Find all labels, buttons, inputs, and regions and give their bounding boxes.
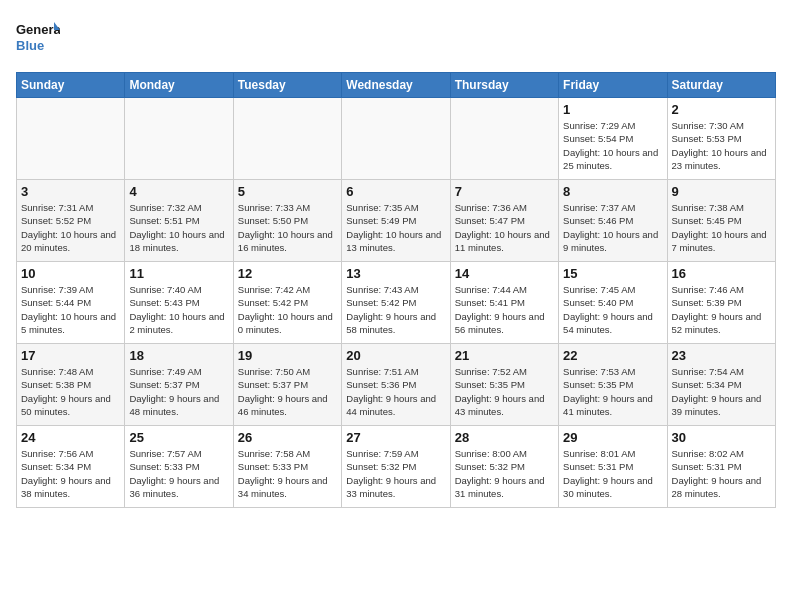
- day-cell: 5Sunrise: 7:33 AMSunset: 5:50 PMDaylight…: [233, 180, 341, 262]
- svg-text:General: General: [16, 22, 60, 37]
- day-cell: 3Sunrise: 7:31 AMSunset: 5:52 PMDaylight…: [17, 180, 125, 262]
- day-cell: 14Sunrise: 7:44 AMSunset: 5:41 PMDayligh…: [450, 262, 558, 344]
- day-info: Sunrise: 7:42 AMSunset: 5:42 PMDaylight:…: [238, 283, 337, 336]
- day-cell: 24Sunrise: 7:56 AMSunset: 5:34 PMDayligh…: [17, 426, 125, 508]
- day-number: 8: [563, 184, 662, 199]
- day-info: Sunrise: 7:35 AMSunset: 5:49 PMDaylight:…: [346, 201, 445, 254]
- day-info: Sunrise: 7:32 AMSunset: 5:51 PMDaylight:…: [129, 201, 228, 254]
- day-info: Sunrise: 7:30 AMSunset: 5:53 PMDaylight:…: [672, 119, 771, 172]
- week-row-2: 3Sunrise: 7:31 AMSunset: 5:52 PMDaylight…: [17, 180, 776, 262]
- logo: General Blue: [16, 16, 60, 60]
- day-number: 15: [563, 266, 662, 281]
- day-number: 20: [346, 348, 445, 363]
- day-info: Sunrise: 7:40 AMSunset: 5:43 PMDaylight:…: [129, 283, 228, 336]
- week-row-4: 17Sunrise: 7:48 AMSunset: 5:38 PMDayligh…: [17, 344, 776, 426]
- day-info: Sunrise: 7:36 AMSunset: 5:47 PMDaylight:…: [455, 201, 554, 254]
- day-number: 28: [455, 430, 554, 445]
- day-cell: 30Sunrise: 8:02 AMSunset: 5:31 PMDayligh…: [667, 426, 775, 508]
- day-cell: 22Sunrise: 7:53 AMSunset: 5:35 PMDayligh…: [559, 344, 667, 426]
- day-info: Sunrise: 7:58 AMSunset: 5:33 PMDaylight:…: [238, 447, 337, 500]
- week-row-1: 1Sunrise: 7:29 AMSunset: 5:54 PMDaylight…: [17, 98, 776, 180]
- day-cell: 15Sunrise: 7:45 AMSunset: 5:40 PMDayligh…: [559, 262, 667, 344]
- header-wednesday: Wednesday: [342, 73, 450, 98]
- day-info: Sunrise: 8:02 AMSunset: 5:31 PMDaylight:…: [672, 447, 771, 500]
- day-number: 19: [238, 348, 337, 363]
- day-cell: [233, 98, 341, 180]
- day-info: Sunrise: 7:53 AMSunset: 5:35 PMDaylight:…: [563, 365, 662, 418]
- day-info: Sunrise: 7:38 AMSunset: 5:45 PMDaylight:…: [672, 201, 771, 254]
- day-number: 14: [455, 266, 554, 281]
- day-cell: 13Sunrise: 7:43 AMSunset: 5:42 PMDayligh…: [342, 262, 450, 344]
- calendar-header: SundayMondayTuesdayWednesdayThursdayFrid…: [17, 73, 776, 98]
- day-cell: 18Sunrise: 7:49 AMSunset: 5:37 PMDayligh…: [125, 344, 233, 426]
- day-number: 13: [346, 266, 445, 281]
- day-cell: [450, 98, 558, 180]
- day-number: 3: [21, 184, 120, 199]
- day-number: 4: [129, 184, 228, 199]
- day-info: Sunrise: 7:51 AMSunset: 5:36 PMDaylight:…: [346, 365, 445, 418]
- day-cell: 11Sunrise: 7:40 AMSunset: 5:43 PMDayligh…: [125, 262, 233, 344]
- day-cell: [17, 98, 125, 180]
- day-cell: [125, 98, 233, 180]
- day-number: 6: [346, 184, 445, 199]
- day-info: Sunrise: 7:46 AMSunset: 5:39 PMDaylight:…: [672, 283, 771, 336]
- day-number: 22: [563, 348, 662, 363]
- calendar-table: SundayMondayTuesdayWednesdayThursdayFrid…: [16, 72, 776, 508]
- day-info: Sunrise: 7:44 AMSunset: 5:41 PMDaylight:…: [455, 283, 554, 336]
- logo-icon: General Blue: [16, 16, 60, 60]
- day-number: 30: [672, 430, 771, 445]
- day-info: Sunrise: 7:54 AMSunset: 5:34 PMDaylight:…: [672, 365, 771, 418]
- day-cell: 17Sunrise: 7:48 AMSunset: 5:38 PMDayligh…: [17, 344, 125, 426]
- day-cell: 8Sunrise: 7:37 AMSunset: 5:46 PMDaylight…: [559, 180, 667, 262]
- day-number: 12: [238, 266, 337, 281]
- week-row-3: 10Sunrise: 7:39 AMSunset: 5:44 PMDayligh…: [17, 262, 776, 344]
- day-number: 27: [346, 430, 445, 445]
- day-info: Sunrise: 7:49 AMSunset: 5:37 PMDaylight:…: [129, 365, 228, 418]
- day-number: 17: [21, 348, 120, 363]
- day-number: 25: [129, 430, 228, 445]
- page-header: General Blue: [16, 16, 776, 60]
- day-info: Sunrise: 7:50 AMSunset: 5:37 PMDaylight:…: [238, 365, 337, 418]
- day-cell: 2Sunrise: 7:30 AMSunset: 5:53 PMDaylight…: [667, 98, 775, 180]
- day-cell: 12Sunrise: 7:42 AMSunset: 5:42 PMDayligh…: [233, 262, 341, 344]
- header-friday: Friday: [559, 73, 667, 98]
- header-thursday: Thursday: [450, 73, 558, 98]
- day-number: 5: [238, 184, 337, 199]
- day-info: Sunrise: 7:57 AMSunset: 5:33 PMDaylight:…: [129, 447, 228, 500]
- day-cell: 6Sunrise: 7:35 AMSunset: 5:49 PMDaylight…: [342, 180, 450, 262]
- day-number: 9: [672, 184, 771, 199]
- day-number: 11: [129, 266, 228, 281]
- day-cell: 21Sunrise: 7:52 AMSunset: 5:35 PMDayligh…: [450, 344, 558, 426]
- day-info: Sunrise: 8:00 AMSunset: 5:32 PMDaylight:…: [455, 447, 554, 500]
- day-info: Sunrise: 7:48 AMSunset: 5:38 PMDaylight:…: [21, 365, 120, 418]
- header-saturday: Saturday: [667, 73, 775, 98]
- day-number: 7: [455, 184, 554, 199]
- day-cell: 10Sunrise: 7:39 AMSunset: 5:44 PMDayligh…: [17, 262, 125, 344]
- day-cell: 28Sunrise: 8:00 AMSunset: 5:32 PMDayligh…: [450, 426, 558, 508]
- day-info: Sunrise: 7:37 AMSunset: 5:46 PMDaylight:…: [563, 201, 662, 254]
- day-number: 18: [129, 348, 228, 363]
- day-cell: 26Sunrise: 7:58 AMSunset: 5:33 PMDayligh…: [233, 426, 341, 508]
- day-number: 29: [563, 430, 662, 445]
- day-cell: 1Sunrise: 7:29 AMSunset: 5:54 PMDaylight…: [559, 98, 667, 180]
- day-cell: 27Sunrise: 7:59 AMSunset: 5:32 PMDayligh…: [342, 426, 450, 508]
- day-info: Sunrise: 7:56 AMSunset: 5:34 PMDaylight:…: [21, 447, 120, 500]
- day-cell: 25Sunrise: 7:57 AMSunset: 5:33 PMDayligh…: [125, 426, 233, 508]
- day-info: Sunrise: 7:45 AMSunset: 5:40 PMDaylight:…: [563, 283, 662, 336]
- day-number: 16: [672, 266, 771, 281]
- day-number: 26: [238, 430, 337, 445]
- day-number: 24: [21, 430, 120, 445]
- day-cell: 19Sunrise: 7:50 AMSunset: 5:37 PMDayligh…: [233, 344, 341, 426]
- day-number: 10: [21, 266, 120, 281]
- day-cell: 7Sunrise: 7:36 AMSunset: 5:47 PMDaylight…: [450, 180, 558, 262]
- day-cell: 9Sunrise: 7:38 AMSunset: 5:45 PMDaylight…: [667, 180, 775, 262]
- svg-text:Blue: Blue: [16, 38, 44, 53]
- day-info: Sunrise: 7:39 AMSunset: 5:44 PMDaylight:…: [21, 283, 120, 336]
- day-cell: 4Sunrise: 7:32 AMSunset: 5:51 PMDaylight…: [125, 180, 233, 262]
- day-info: Sunrise: 8:01 AMSunset: 5:31 PMDaylight:…: [563, 447, 662, 500]
- day-number: 23: [672, 348, 771, 363]
- day-cell: 16Sunrise: 7:46 AMSunset: 5:39 PMDayligh…: [667, 262, 775, 344]
- day-number: 1: [563, 102, 662, 117]
- day-cell: 23Sunrise: 7:54 AMSunset: 5:34 PMDayligh…: [667, 344, 775, 426]
- day-info: Sunrise: 7:29 AMSunset: 5:54 PMDaylight:…: [563, 119, 662, 172]
